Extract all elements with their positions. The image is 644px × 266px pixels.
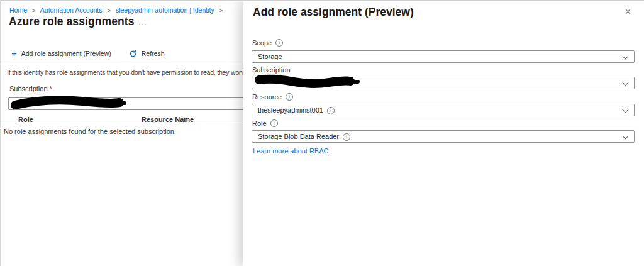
scope-value: Storage [252, 51, 282, 62]
learn-more-rbac-link[interactable]: Learn more about RBAC [253, 147, 328, 155]
panel-subscription-dropdown[interactable] [252, 77, 635, 89]
role-label-text: Role [252, 119, 267, 127]
add-role-assignment-panel: Add role assignment (Preview) × Scope St… [243, 1, 644, 266]
info-icon[interactable] [275, 39, 283, 47]
info-icon[interactable] [327, 107, 335, 114]
chevron-down-icon [623, 53, 629, 60]
chevron-down-icon [623, 80, 629, 86]
breadcrumb-automation-accounts[interactable]: Automation Accounts [40, 6, 103, 14]
role-label: Role [252, 119, 278, 127]
refresh-button[interactable]: Refresh [129, 50, 165, 58]
info-icon[interactable] [286, 93, 293, 101]
toolbar-divider [1, 64, 265, 64]
chevron-right-icon: > [107, 7, 111, 14]
add-role-assignment-button[interactable]: + Add role assignment (Preview) [11, 50, 111, 57]
resource-label: Resource [252, 93, 293, 101]
breadcrumb: Home > Automation Accounts > sleepyadmin… [9, 6, 226, 14]
chevron-down-icon [623, 133, 629, 140]
add-role-assignment-label: Add role assignment (Preview) [21, 50, 111, 57]
scope-label-text: Scope [252, 39, 272, 47]
info-icon[interactable] [270, 119, 278, 127]
subscription-label: Subscription* [9, 85, 52, 92]
info-icon[interactable] [343, 133, 350, 141]
chevron-down-icon [623, 107, 629, 113]
panel-subscription-label: Subscription [252, 66, 291, 74]
breadcrumb-identity[interactable]: sleepyadmin-automation | Identity [116, 6, 214, 14]
plus-icon: + [11, 50, 17, 57]
refresh-label: Refresh [142, 50, 165, 57]
role-dropdown[interactable]: Storage Blob Data Reader [252, 130, 635, 143]
scope-dropdown[interactable]: Storage [252, 50, 635, 63]
required-asterisk: * [50, 85, 52, 92]
refresh-icon [129, 50, 137, 58]
page-title: Azure role assignments [9, 15, 135, 28]
chevron-right-icon: > [219, 7, 223, 14]
breadcrumb-home[interactable]: Home [9, 6, 27, 14]
grid-header-divider [1, 125, 265, 125]
close-icon[interactable]: × [625, 7, 631, 17]
empty-table-message: No role assignments found for the select… [4, 128, 176, 135]
panel-title: Add role assignment (Preview) [253, 6, 414, 19]
command-bar: + Add role assignment (Preview) Refresh [11, 48, 165, 59]
column-header-resource-name: Resource Name [142, 116, 194, 123]
resource-value: thesleepyadminst001 [252, 104, 323, 116]
resource-label-text: Resource [252, 93, 282, 101]
column-header-role: Role [18, 116, 33, 123]
chevron-right-icon: > [32, 7, 36, 14]
subscription-label-text: Subscription [9, 85, 48, 92]
resource-dropdown[interactable]: thesleepyadminst001 [252, 104, 635, 116]
permissions-notice-text: If this identity has role assignments th… [7, 69, 251, 76]
scope-label: Scope [252, 39, 283, 47]
panel-subscription-label-text: Subscription [252, 66, 291, 74]
role-value: Storage Blob Data Reader [252, 131, 339, 142]
more-options-ellipsis-icon[interactable]: ... [138, 18, 148, 27]
